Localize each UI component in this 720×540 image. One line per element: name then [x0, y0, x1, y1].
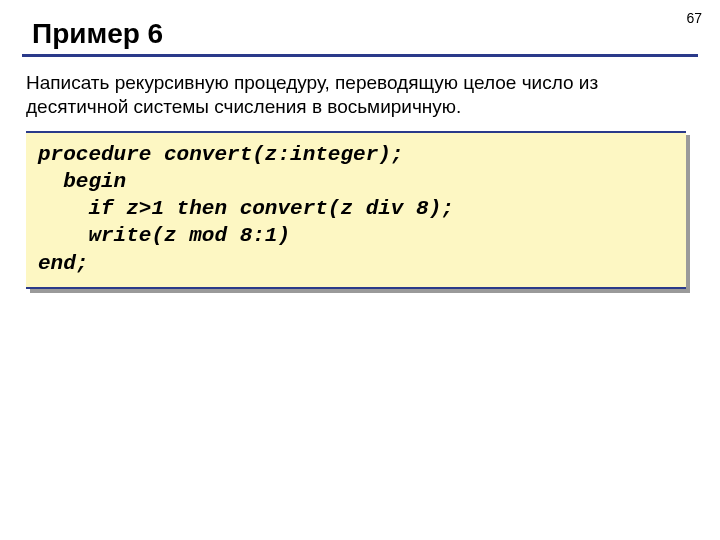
code-line: begin	[38, 170, 126, 193]
title-divider	[22, 54, 698, 57]
task-description: Написать рекурсивную процедуру, переводя…	[22, 71, 698, 119]
code-block-container: procedure convert(z:integer); begin if z…	[26, 131, 686, 289]
slide-title: Пример 6	[22, 18, 698, 50]
code-line: if z>1 then convert(z div 8);	[38, 197, 454, 220]
slide: 67 Пример 6 Написать рекурсивную процеду…	[0, 0, 720, 540]
code-line: write(z mod 8:1)	[38, 224, 290, 247]
code-line: end;	[38, 252, 88, 275]
code-line: procedure convert(z:integer);	[38, 143, 403, 166]
page-number: 67	[686, 10, 702, 26]
code-block: procedure convert(z:integer); begin if z…	[26, 131, 686, 289]
